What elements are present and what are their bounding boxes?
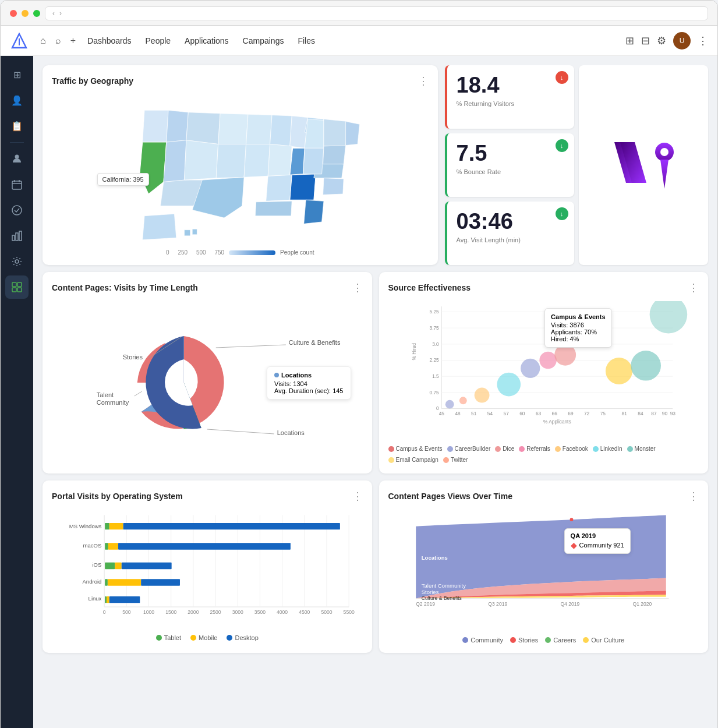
nav-people[interactable]: People [146,36,171,45]
nav-back-icon[interactable]: ‹ [52,9,55,17]
source-effectiveness-menu[interactable]: ⋮ [688,281,699,294]
svg-text:Linux: Linux [89,595,102,602]
content-pages-card: Content Pages: Visits by Time Length ⋮ [43,272,372,473]
svg-rect-8 [12,235,15,241]
svg-line-20 [216,345,286,348]
legend-linkedin: LinkedIn [593,446,622,452]
bounce-badge: ↓ [556,139,568,152]
apps-icon[interactable]: ⊟ [641,34,650,47]
minimize-button[interactable] [22,10,29,17]
search-icon[interactable]: ⌕ [53,33,63,48]
more-icon[interactable]: ⋮ [698,34,708,47]
svg-point-7 [12,206,22,215]
svg-point-2 [15,155,19,159]
logo-panel [579,65,708,265]
legend-twitter: Twitter [443,457,468,463]
nav-files[interactable]: Files [298,36,315,45]
svg-text:2500: 2500 [210,609,221,615]
portal-visits-menu[interactable]: ⋮ [352,490,363,503]
svg-point-57 [445,400,454,409]
nav-campaings[interactable]: Campaings [243,36,284,45]
top-nav: ⌂ ⌕ + Dashboards People Applications Cam… [1,26,717,56]
label-community: Community [97,399,129,406]
address-bar[interactable]: ‹ › [45,6,708,20]
sidebar-icon-check[interactable] [5,199,29,222]
legend-facebook: Facebook [555,446,588,452]
content-pages-menu[interactable]: ⋮ [352,281,363,294]
sidebar-icon-docs[interactable]: 📋 [5,114,29,137]
legend-career: CareerBuilder [447,446,491,452]
svg-text:iOS: iOS [92,561,101,568]
svg-text:% Hired: % Hired [411,343,417,361]
svg-text:3000: 3000 [232,609,243,615]
app-logo[interactable] [10,31,29,50]
user-avatar[interactable]: U [673,32,691,50]
portal-visits-header: Portal Visits by Operating System ⋮ [52,490,363,503]
pie-tooltip-title: Locations [274,372,343,379]
source-effectiveness-title: Source Effectiveness [388,283,471,292]
maximize-button[interactable] [33,10,40,17]
svg-text:54: 54 [487,411,493,416]
add-icon[interactable]: + [68,33,78,48]
svg-text:Culture & Benefits: Culture & Benefits [421,595,461,601]
legend-careers: Careers [545,637,576,644]
sidebar-icon-people[interactable]: 👤 [5,89,29,112]
nav-forward-icon[interactable]: › [59,9,62,17]
sidebar-icon-settings[interactable] [5,250,29,273]
legend-mobile: Mobile [190,634,217,641]
svg-rect-9 [16,233,18,241]
sidebar-icon-person[interactable] [5,147,29,171]
source-effectiveness-card: Source Effectiveness ⋮ [379,272,709,473]
svg-text:Q1 2020: Q1 2020 [632,601,652,607]
svg-point-67 [649,301,687,333]
area-tooltip: QA 2019 ◆ Community 921 [564,528,631,554]
legend-dot-monster [627,446,633,452]
nav-actions: ⌂ ⌕ + [38,33,78,48]
grid-icon[interactable]: ⊞ [625,34,634,47]
svg-text:Locations: Locations [421,554,447,561]
bounce-value: 7.5 [457,142,565,166]
svg-text:63: 63 [535,411,541,416]
scatter-chart-area: 0 0.75 1.5 2.25 3.0 3.75 5.25 % Hired 45… [388,301,699,443]
settings-icon[interactable]: ⚙ [657,34,666,47]
svg-rect-13 [17,282,22,287]
svg-rect-103 [108,543,118,549]
svg-rect-109 [108,579,141,585]
svg-text:72: 72 [583,411,589,416]
svg-rect-15 [17,288,22,292]
svg-rect-110 [141,579,180,585]
nav-right: ⊞ ⊟ ⚙ U ⋮ [625,32,708,50]
svg-text:% Applicants: % Applicants [543,419,571,425]
avg-badge: ↓ [556,207,568,220]
scatter-svg: 0 0.75 1.5 2.25 3.0 3.75 5.25 % Hired 45… [388,301,699,441]
nav-applications[interactable]: Applications [185,36,229,45]
svg-text:0.75: 0.75 [429,390,439,395]
svg-text:1500: 1500 [165,609,176,615]
legend-dot-mobile [190,635,196,641]
us-map-svg [52,94,429,246]
svg-text:3500: 3500 [254,609,266,615]
label-stories: Stories [123,354,143,361]
home-icon[interactable]: ⌂ [38,33,48,48]
nav-dashboards[interactable]: Dashboards [87,36,132,45]
nav-links: Dashboards People Applications Campaings… [87,36,616,45]
source-effectiveness-header: Source Effectiveness ⋮ [388,281,699,294]
svg-rect-108 [105,579,108,585]
legend-dot-linkedin [593,446,599,452]
svg-point-62 [539,352,557,369]
traffic-menu-icon[interactable]: ⋮ [418,75,429,87]
scatter-tooltip: Campus & Events Visits: 3876 Applicants:… [544,308,612,348]
tooltip-dot [274,373,279,377]
svg-text:51: 51 [471,411,477,416]
content-pages-time-menu[interactable]: ⋮ [688,490,699,503]
close-button[interactable] [10,10,17,17]
sidebar-divider [10,142,24,143]
svg-text:1.5: 1.5 [432,373,439,379]
content-pages-time-card: Content Pages Views Over Time ⋮ [379,480,709,653]
sidebar-icon-grid[interactable]: ⊞ [5,63,29,86]
sidebar-icon-dashboard[interactable] [5,275,29,299]
sidebar-icon-calendar[interactable] [5,173,29,196]
browser-controls: ‹ › [10,6,708,20]
svg-rect-105 [105,563,115,569]
sidebar-icon-chart[interactable] [5,224,29,248]
